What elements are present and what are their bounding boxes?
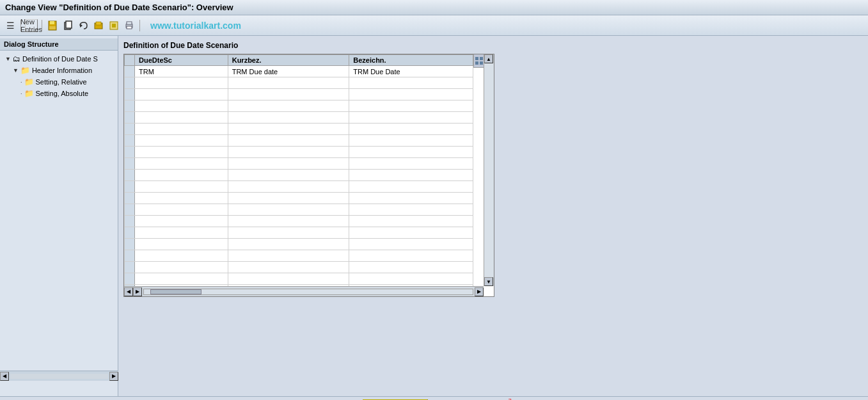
cell-bezeichn[interactable]	[349, 193, 473, 204]
undo-icon[interactable]	[77, 19, 90, 32]
cell-kurzbez[interactable]	[228, 112, 349, 124]
cell-duedtesc[interactable]	[135, 112, 228, 124]
cell-kurzbez[interactable]	[228, 250, 349, 262]
cell-bezeichn[interactable]	[349, 170, 473, 181]
cell-bezeichn[interactable]	[349, 147, 473, 158]
row-selector-cell[interactable]	[125, 250, 135, 262]
cell-duedtesc[interactable]	[135, 89, 228, 100]
cell-kurzbez[interactable]	[228, 147, 349, 158]
cell-duedtesc[interactable]	[135, 227, 228, 239]
cell-bezeichn[interactable]	[349, 216, 473, 227]
table-row[interactable]	[125, 89, 473, 100]
cell-duedtesc[interactable]	[135, 135, 228, 147]
table-row[interactable]	[125, 170, 473, 181]
cell-kurzbez[interactable]	[228, 89, 349, 100]
cell-kurzbez[interactable]	[228, 158, 349, 170]
cell-bezeichn[interactable]	[349, 204, 473, 216]
cell-bezeichn[interactable]	[349, 239, 473, 250]
table-row[interactable]	[125, 250, 473, 262]
cell-duedtesc[interactable]	[135, 250, 228, 262]
cell-bezeichn[interactable]	[349, 250, 473, 262]
cell-kurzbez[interactable]	[228, 204, 349, 216]
sidebar-item-definition[interactable]: ▼ 🗂 Definition of Due Date S	[0, 53, 118, 65]
row-selector-cell[interactable]	[125, 147, 135, 158]
row-selector-cell[interactable]	[125, 124, 135, 135]
cell-bezeichn[interactable]	[349, 89, 473, 100]
cell-kurzbez[interactable]	[228, 193, 349, 204]
row-selector-cell[interactable]	[125, 170, 135, 181]
cell-kurzbez[interactable]	[228, 135, 349, 147]
table-row[interactable]	[125, 262, 473, 273]
cell-duedtesc[interactable]	[135, 147, 228, 158]
table-row[interactable]	[125, 239, 473, 250]
cell-kurzbez[interactable]	[228, 216, 349, 227]
row-selector-cell[interactable]	[125, 77, 135, 89]
cell-kurzbez[interactable]	[228, 262, 349, 273]
table-row[interactable]	[125, 227, 473, 239]
cell-bezeichn[interactable]: TRM Due Date	[349, 66, 473, 77]
prev-icon[interactable]	[92, 19, 105, 32]
table-row[interactable]	[125, 135, 473, 147]
table-row[interactable]	[125, 100, 473, 112]
cell-kurzbez[interactable]	[228, 100, 349, 112]
cell-kurzbez[interactable]: TRM Due date	[228, 66, 349, 77]
table-row[interactable]	[125, 181, 473, 193]
cell-duedtesc[interactable]	[135, 170, 228, 181]
table-row[interactable]	[125, 124, 473, 135]
row-selector-cell[interactable]	[125, 239, 135, 250]
row-selector-cell[interactable]	[125, 273, 135, 285]
cell-duedtesc[interactable]	[135, 181, 228, 193]
sidebar-item-setting-relative[interactable]: · 📁 Setting, Relative	[0, 76, 118, 88]
table-row[interactable]	[125, 112, 473, 124]
cell-bezeichn[interactable]	[349, 181, 473, 193]
sidebar-scroll-left[interactable]: ◀	[0, 372, 9, 381]
hscroll-right-btn[interactable]: ▶	[475, 287, 484, 296]
table-row[interactable]	[125, 204, 473, 216]
sidebar-scroll-right[interactable]: ▶	[109, 372, 118, 381]
cell-bezeichn[interactable]	[349, 135, 473, 147]
cell-kurzbez[interactable]	[228, 77, 349, 89]
cell-duedtesc[interactable]	[135, 262, 228, 273]
hscroll-thumb[interactable]	[150, 289, 201, 294]
cell-bezeichn[interactable]	[349, 100, 473, 112]
table-row[interactable]	[125, 216, 473, 227]
table-row[interactable]	[125, 158, 473, 170]
cell-kurzbez[interactable]	[228, 170, 349, 181]
row-selector-cell[interactable]	[125, 216, 135, 227]
sidebar-item-setting-absolute[interactable]: · 📁 Setting, Absolute	[0, 88, 118, 99]
row-selector-cell[interactable]	[125, 89, 135, 100]
cell-bezeichn[interactable]	[349, 262, 473, 273]
cell-duedtesc[interactable]	[135, 193, 228, 204]
row-selector-cell[interactable]	[125, 204, 135, 216]
row-selector-cell[interactable]	[125, 227, 135, 239]
cell-duedtesc[interactable]: TRM	[135, 66, 228, 77]
col-duedtesc[interactable]: DueDteSc	[135, 55, 228, 66]
scroll-down-btn[interactable]: ▼	[484, 277, 493, 286]
table-row[interactable]	[125, 147, 473, 158]
next-icon[interactable]	[107, 19, 120, 32]
cell-duedtesc[interactable]	[135, 77, 228, 89]
cell-kurzbez[interactable]	[228, 227, 349, 239]
cell-bezeichn[interactable]	[349, 112, 473, 124]
row-selector-cell[interactable]	[125, 262, 135, 273]
cell-duedtesc[interactable]	[135, 204, 228, 216]
cell-kurzbez[interactable]	[228, 239, 349, 250]
cell-duedtesc[interactable]	[135, 124, 228, 135]
col-kurzbez[interactable]: Kurzbez.	[228, 55, 349, 66]
save-icon[interactable]	[46, 19, 59, 32]
copy-icon[interactable]	[61, 19, 74, 32]
row-selector-cell[interactable]	[125, 112, 135, 124]
row-selector-cell[interactable]	[125, 181, 135, 193]
col-bezeichn[interactable]: Bezeichn.	[349, 55, 473, 66]
command-field-icon[interactable]: ☰	[4, 19, 17, 32]
table-row[interactable]	[125, 77, 473, 89]
cell-duedtesc[interactable]	[135, 216, 228, 227]
cell-bezeichn[interactable]	[349, 124, 473, 135]
cell-duedtesc[interactable]	[135, 100, 228, 112]
cell-kurzbez[interactable]	[228, 181, 349, 193]
cell-kurzbez[interactable]	[228, 273, 349, 285]
cell-duedtesc[interactable]	[135, 239, 228, 250]
hscroll-right-single-btn[interactable]: ▶	[133, 287, 142, 296]
row-selector-cell[interactable]	[125, 100, 135, 112]
row-selector-cell[interactable]	[125, 135, 135, 147]
